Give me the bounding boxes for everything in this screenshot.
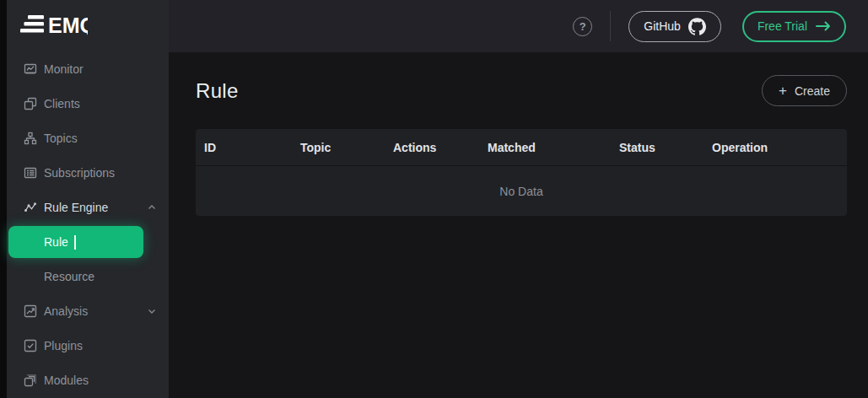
free-trial-label: Free Trial — [757, 19, 807, 33]
sidebar-item-topics[interactable]: Topics — [7, 121, 169, 155]
clients-icon — [24, 97, 37, 110]
window-left-edge — [0, 0, 7, 398]
topbar-divider — [610, 11, 611, 41]
chevron-down-icon — [147, 306, 157, 316]
sidebar-item-label: Subscriptions — [44, 166, 115, 180]
sidebar-item-analysis[interactable]: Analysis — [7, 293, 169, 328]
subscriptions-icon — [24, 166, 37, 180]
sidebar-item-label: Modules — [44, 374, 89, 387]
github-button[interactable]: GitHub — [628, 11, 721, 42]
sidebar-item-modules[interactable]: Modules — [7, 363, 169, 397]
sidebar-item-clients[interactable]: Clients — [7, 86, 169, 121]
sidebar-item-label: Plugins — [44, 339, 83, 352]
sidebar-item-rule-engine[interactable]: Rule Engine — [7, 190, 169, 224]
arrow-right-icon — [816, 21, 831, 31]
sidebar-subitem-label: Rule — [44, 235, 68, 249]
emqx-dashboard: EMQ Monitor — [0, 0, 868, 398]
empty-state-text: No Data — [196, 166, 847, 216]
plugins-icon — [24, 339, 37, 352]
column-header-status: Status — [611, 141, 704, 154]
question-mark-icon: ? — [580, 21, 586, 32]
sidebar-item-label: Topics — [44, 132, 78, 145]
table-header-row: ID Topic Actions Matched Status Operatio… — [196, 129, 847, 166]
column-header-actions: Actions — [385, 141, 479, 154]
sidebar-subitem-rule[interactable]: Rule — [8, 226, 143, 258]
sidebar-subitem-label: Resource — [44, 270, 94, 283]
sidebar-item-monitor[interactable]: Monitor — [7, 51, 169, 86]
topics-icon — [24, 132, 37, 145]
free-trial-button[interactable]: Free Trial — [742, 11, 846, 42]
analysis-icon — [24, 304, 37, 318]
emq-logo-icon: EMQ — [20, 12, 88, 39]
column-header-matched: Matched — [479, 141, 611, 154]
column-header-topic: Topic — [292, 141, 385, 154]
sidebar-item-plugins[interactable]: Plugins — [7, 328, 169, 363]
sidebar: EMQ Monitor — [7, 0, 169, 398]
plus-icon: + — [779, 83, 787, 98]
sidebar-item-label: Analysis — [44, 304, 88, 318]
rule-engine-icon — [24, 201, 37, 214]
github-button-label: GitHub — [644, 19, 681, 33]
text-cursor — [74, 235, 76, 250]
sidebar-nav: Monitor Clients — [7, 51, 169, 397]
page-header: Rule + Create — [169, 52, 868, 106]
column-header-operation: Operation — [704, 141, 847, 154]
sidebar-item-subscriptions[interactable]: Subscriptions — [7, 155, 169, 190]
modules-icon — [24, 374, 37, 387]
sidebar-item-label: Monitor — [44, 62, 84, 76]
emq-logo: EMQ — [20, 12, 88, 39]
topbar: ? GitHub Free Trial — [169, 0, 868, 52]
sidebar-subitem-resource[interactable]: Resource — [7, 259, 169, 293]
rules-table: ID Topic Actions Matched Status Operatio… — [196, 129, 847, 216]
create-button[interactable]: + Create — [762, 75, 847, 106]
main-content: Rule + Create ID Topic Actions Matched S… — [169, 52, 868, 398]
github-octocat-icon — [688, 18, 706, 35]
page-title: Rule — [196, 79, 239, 103]
emq-logo-text: EMQ — [48, 13, 88, 37]
monitor-icon — [24, 62, 37, 76]
chevron-up-icon — [147, 202, 157, 212]
column-header-id: ID — [196, 141, 292, 154]
create-button-label: Create — [795, 84, 830, 98]
sidebar-item-label: Rule Engine — [44, 201, 108, 214]
sidebar-item-label: Clients — [44, 97, 80, 110]
help-button[interactable]: ? — [573, 17, 592, 36]
